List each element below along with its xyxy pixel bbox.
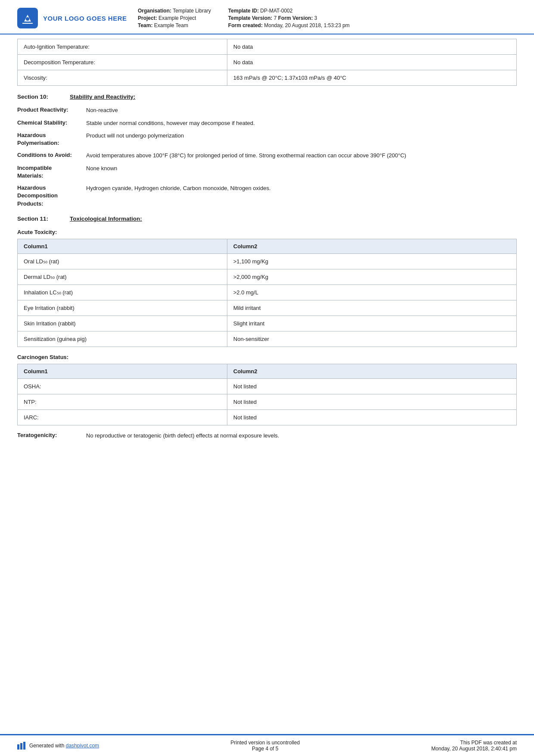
acute-col1: Eye Irritation (rabbit) xyxy=(18,300,227,316)
carcin-col2-header: Column2 xyxy=(227,364,516,378)
section10-number: Section 10: xyxy=(17,94,56,100)
acute-toxicity-heading: Acute Toxicity: xyxy=(17,229,517,235)
logo-text: YOUR LOGO GOES HERE xyxy=(43,15,127,22)
footer-link[interactable]: dashpivot.com xyxy=(66,743,99,749)
project-field: Project: Example Project xyxy=(138,15,211,21)
org-field: Organisation: Template Library xyxy=(138,8,211,14)
field-label: Hazardous Polymerisation: xyxy=(17,131,86,147)
acute-col2: >2,000 mg/Kg xyxy=(227,269,516,284)
table-row: Inhalation LC₅₀ (rat)>2.0 mg/L xyxy=(18,284,517,300)
acute-col1: Inhalation LC₅₀ (rat) xyxy=(18,284,227,300)
section10-field-row: Conditions to Avoid:Avoid temperatures a… xyxy=(17,151,517,160)
table-row: IARC:Not listed xyxy=(18,409,517,425)
footer-right-line1: This PDF was created at xyxy=(431,740,517,746)
prop-row: Decomposition Temperature:No data xyxy=(18,55,517,70)
footer-center-line2: Page 4 of 5 xyxy=(230,746,300,752)
section11-number: Section 11: xyxy=(17,216,56,222)
table-row: Oral LD₅₀ (rat)>1,100 mg/Kg xyxy=(18,253,517,269)
field-label: Incompatible Materials: xyxy=(17,164,86,180)
carcin-col1: NTP: xyxy=(18,394,227,409)
properties-table: Auto-Ignition Temperature:No dataDecompo… xyxy=(17,39,517,86)
acute-col2: >1,100 mg/Kg xyxy=(227,253,516,269)
prop-label: Decomposition Temperature: xyxy=(18,55,227,70)
section11-title: Toxicological Information: xyxy=(70,216,142,222)
table-row: Sensitization (guinea pig)Non-sensitizer xyxy=(18,331,517,347)
acute-col2: Slight irritant xyxy=(227,316,516,331)
logo-area: YOUR LOGO GOES HERE xyxy=(17,8,138,28)
field-label: Chemical Stability: xyxy=(17,119,86,127)
prop-label: Auto-Ignition Temperature: xyxy=(18,39,227,55)
acute-col2: >2.0 mg/L xyxy=(227,284,516,300)
acute-col1: Dermal LD₅₀ (rat) xyxy=(18,269,227,284)
prop-value: No data xyxy=(227,39,516,55)
section10-field-row: Hazardous Polymerisation:Product will no… xyxy=(17,131,517,147)
section10-heading: Section 10: Stability and Reactivity: xyxy=(17,94,517,100)
team-field: Team: Example Team xyxy=(138,22,211,28)
acute-col1-header: Column1 xyxy=(18,239,227,253)
field-value: Stable under normal conditions, however … xyxy=(86,119,517,128)
content: Auto-Ignition Temperature:No dataDecompo… xyxy=(0,34,534,734)
prop-row: Auto-Ignition Temperature:No data xyxy=(18,39,517,55)
table-row: NTP:Not listed xyxy=(18,394,517,409)
footer-right-line2: Monday, 20 August 2018, 2:40:41 pm xyxy=(431,746,517,752)
page: YOUR LOGO GOES HERE Organisation: Templa… xyxy=(0,0,534,756)
template-version-field: Template Version: 7 Form Version: 3 xyxy=(228,15,350,21)
prop-value: 163 mPa/s @ 20°C; 1.37x103 mPa/s @ 40°C xyxy=(227,70,516,86)
carcin-col2: Not listed xyxy=(227,394,516,409)
teratogenicity-row: Teratogenicity: No reproductive or terat… xyxy=(17,431,517,440)
carcin-col1: OSHA: xyxy=(18,378,227,394)
prop-value: No data xyxy=(227,55,516,70)
carcinogen-heading: Carcinogen Status: xyxy=(17,354,517,360)
acute-col1: Sensitization (guinea pig) xyxy=(18,331,227,347)
field-value: Non-reactive xyxy=(86,106,517,115)
table-row: OSHA:Not listed xyxy=(18,378,517,394)
field-label: Hazardous Decomposition Products: xyxy=(17,184,86,208)
carcin-col2: Not listed xyxy=(227,378,516,394)
field-label: Conditions to Avoid: xyxy=(17,151,86,159)
section10-field-row: Chemical Stability:Stable under normal c… xyxy=(17,119,517,128)
teratogenicity-label: Teratogenicity: xyxy=(17,431,86,439)
carcinogen-table: Column1 Column2 OSHA:Not listedNTP:Not l… xyxy=(17,364,517,425)
table-row: Skin Irritation (rabbit)Slight irritant xyxy=(18,316,517,331)
footer-left: Generated with dashpivot.com xyxy=(17,742,99,750)
carcin-col1-header: Column1 xyxy=(18,364,227,378)
field-value: Avoid temperatures above 100°F (38°C) fo… xyxy=(86,151,517,160)
footer-generated-text: Generated with dashpivot.com xyxy=(29,743,99,749)
dashpivot-icon xyxy=(17,742,27,750)
section11-heading: Section 11: Toxicological Information: xyxy=(17,216,517,222)
header-col-left: Organisation: Template Library Project: … xyxy=(138,8,211,28)
header: YOUR LOGO GOES HERE Organisation: Templa… xyxy=(0,0,534,34)
section10-field-row: Product Reactivity:Non-reactive xyxy=(17,106,517,115)
logo-icon xyxy=(17,8,38,28)
carcin-col2: Not listed xyxy=(227,409,516,425)
header-meta: Organisation: Template Library Project: … xyxy=(138,8,517,28)
footer: Generated with dashpivot.com Printed ver… xyxy=(0,734,534,756)
prop-label: Viscosity: xyxy=(18,70,227,86)
field-value: Hydrogen cyanide, Hydrogen chloride, Car… xyxy=(86,184,517,193)
field-label: Product Reactivity: xyxy=(17,106,86,114)
footer-center-line1: Printed version is uncontrolled xyxy=(230,740,300,746)
acute-toxicity-table: Column1 Column2 Oral LD₅₀ (rat)>1,100 mg… xyxy=(17,239,517,347)
field-value: Product will not undergo polymerization xyxy=(86,131,517,140)
section10-fields: Product Reactivity:Non-reactiveChemical … xyxy=(17,106,517,208)
svg-rect-2 xyxy=(20,743,22,750)
template-id-field: Template ID: DP-MAT-0002 xyxy=(228,8,350,14)
teratogenicity-value: No reproductive or teratogenic (birth de… xyxy=(86,431,517,440)
header-col-right: Template ID: DP-MAT-0002 Template Versio… xyxy=(228,8,350,28)
acute-col1: Skin Irritation (rabbit) xyxy=(18,316,227,331)
svg-point-0 xyxy=(26,17,29,21)
svg-rect-3 xyxy=(23,742,25,750)
acute-col2-header: Column2 xyxy=(227,239,516,253)
acute-col1: Oral LD₅₀ (rat) xyxy=(18,253,227,269)
form-created-field: Form created: Monday, 20 August 2018, 1:… xyxy=(228,22,350,28)
table-row: Dermal LD₅₀ (rat)>2,000 mg/Kg xyxy=(18,269,517,284)
section10-title: Stability and Reactivity: xyxy=(70,94,135,100)
footer-right: This PDF was created at Monday, 20 Augus… xyxy=(431,740,517,752)
carcin-col1: IARC: xyxy=(18,409,227,425)
field-value: None known xyxy=(86,164,517,173)
footer-center: Printed version is uncontrolled Page 4 o… xyxy=(230,740,300,752)
acute-col2: Mild irritant xyxy=(227,300,516,316)
section10-field-row: Incompatible Materials:None known xyxy=(17,164,517,180)
svg-rect-1 xyxy=(17,744,19,750)
section10-field-row: Hazardous Decomposition Products:Hydroge… xyxy=(17,184,517,208)
